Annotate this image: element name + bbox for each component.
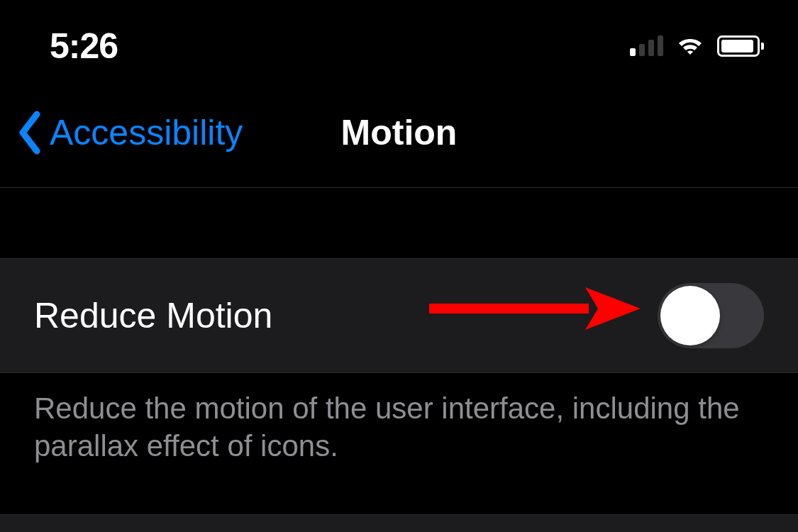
wifi-icon — [675, 35, 706, 57]
battery-icon — [717, 35, 764, 57]
reduce-motion-description: Reduce the motion of the user interface,… — [0, 373, 798, 493]
content-spacer — [0, 188, 798, 259]
navigation-bar: Accessibility Motion — [0, 78, 798, 188]
auto-play-message-effects-row: Auto-Play Message Effects — [0, 515, 798, 532]
chevron-left-icon — [17, 110, 43, 155]
toggle-knob — [660, 286, 720, 345]
reduce-motion-toggle[interactable] — [658, 283, 764, 348]
cellular-signal-icon — [630, 36, 663, 56]
page-title: Motion — [341, 112, 458, 153]
status-bar: 5:26 — [0, 0, 798, 78]
status-time: 5:26 — [50, 26, 118, 67]
status-indicators — [630, 35, 764, 57]
reduce-motion-label: Reduce Motion — [34, 295, 272, 336]
back-label: Accessibility — [50, 112, 243, 153]
back-button[interactable]: Accessibility — [0, 110, 243, 155]
reduce-motion-row: Reduce Motion — [0, 259, 798, 373]
second-section: Auto-Play Message Effects — [0, 514, 798, 532]
